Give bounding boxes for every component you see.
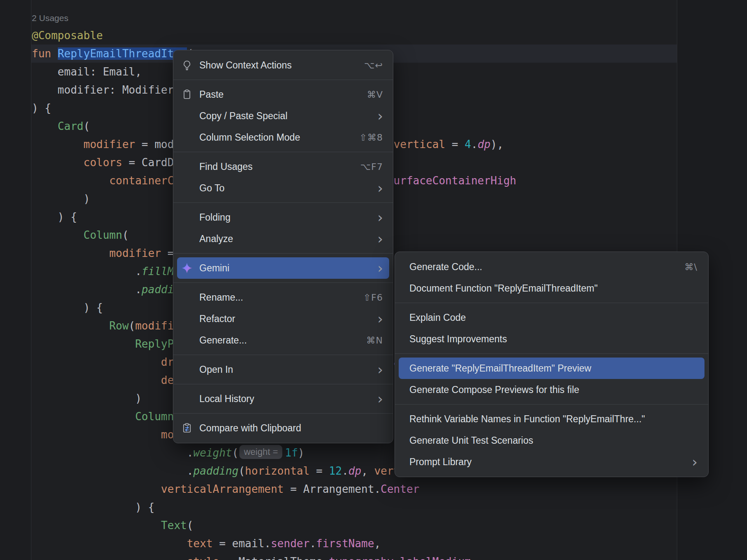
menu-item-find-usages[interactable]: Find Usages⌥F7: [173, 156, 393, 177]
icon-placeholder: [181, 131, 193, 144]
code-token: .: [471, 138, 478, 151]
menu-divider: [173, 413, 393, 414]
code-token: ) {: [32, 102, 51, 114]
code-token: ,: [374, 537, 381, 550]
code-token: [32, 138, 83, 151]
chevron-right-icon: ›: [365, 182, 383, 194]
code-token: ) {: [32, 301, 103, 314]
menu-item-go-to[interactable]: Go To›: [173, 177, 393, 199]
menu-divider: [173, 355, 393, 355]
menu-item-local-history[interactable]: Local History›: [173, 388, 393, 409]
menu-item-compare-with-clipboard[interactable]: Compare with Clipboard: [173, 417, 393, 439]
code-token: =: [445, 138, 465, 151]
menu-item-label: Column Selection Mode: [199, 132, 300, 143]
icon-placeholder: [181, 334, 193, 346]
code-token: @Composable: [32, 29, 103, 42]
code-token: fun: [32, 47, 58, 60]
code-line[interactable]: verticalArrangement = Arrangement.Center: [32, 480, 516, 498]
menu-item-generate-replyemailthreaditem-preview[interactable]: Generate "ReplyEmailThreadItem" Preview: [399, 358, 704, 379]
code-token: [32, 120, 58, 132]
menu-item-document-function-replyemailthreaditem[interactable]: Document Function "ReplyEmailThreadItem": [395, 278, 708, 299]
code-token: verticalArrangement: [161, 483, 284, 495]
code-token: style: [187, 555, 219, 560]
code-token: Text: [161, 519, 187, 532]
code-token: ),: [490, 138, 503, 151]
menu-item-open-in[interactable]: Open In›: [173, 359, 393, 380]
code-line[interactable]: @Composable: [32, 26, 516, 45]
icon-placeholder: [181, 211, 193, 224]
menu-divider: [395, 353, 708, 354]
menu-divider: [173, 80, 393, 80]
menu-item-label: Local History: [199, 393, 254, 405]
code-token: modifier: [109, 247, 161, 259]
code-token: .: [32, 283, 142, 296]
gutter-divider: [31, 0, 31, 560]
code-token: ): [32, 392, 142, 405]
menu-item-paste[interactable]: Paste⌘V: [173, 84, 393, 105]
code-token: horizontal: [245, 465, 310, 477]
menu-divider: [173, 152, 393, 152]
code-token: colors: [83, 156, 122, 169]
code-token: .: [310, 537, 316, 550]
menu-item-column-selection-mode[interactable]: Column Selection Mode⇧⌘8: [173, 127, 393, 148]
paste-icon: [181, 88, 193, 101]
code-token: = email.: [213, 537, 271, 550]
menu-item-rethink-variable-names-in-function-replyemailthre[interactable]: Rethink Variable Names in Function "Repl…: [395, 408, 708, 430]
menu-item-generate-unit-test-scenarios[interactable]: Generate Unit Test Scenarios: [395, 430, 708, 451]
menu-item-prompt-library[interactable]: Prompt Library›: [395, 451, 708, 473]
code-token: =: [310, 465, 329, 477]
chevron-right-icon: ›: [365, 211, 383, 224]
code-token: = MaterialTheme.: [219, 555, 329, 560]
code-token: (: [122, 229, 129, 241]
code-line[interactable]: Text(: [32, 516, 516, 534]
code-token: sender: [271, 537, 310, 550]
code-token: vertical: [394, 138, 445, 151]
code-token: .: [32, 265, 142, 278]
code-token: 12: [329, 465, 342, 477]
menu-item-label: Refactor: [199, 313, 235, 325]
menu-item-refactor[interactable]: Refactor›: [173, 308, 393, 329]
code-token: (: [83, 120, 90, 132]
menu-shortcut: ⌘N: [354, 335, 383, 346]
code-token: weight: [193, 447, 232, 459]
code-token: .: [32, 465, 193, 477]
code-token: [32, 428, 161, 441]
code-line[interactable]: style = MaterialTheme.typography.labelMe…: [32, 553, 516, 560]
menu-item-copy-paste-special[interactable]: Copy / Paste Special›: [173, 105, 393, 127]
menu-divider: [395, 303, 708, 303]
code-token: [32, 320, 109, 332]
compare-icon: [181, 422, 193, 434]
menu-item-rename[interactable]: Rename...⇧F6: [173, 287, 393, 308]
menu-item-label: Copy / Paste Special: [199, 111, 288, 122]
menu-item-show-context-actions[interactable]: Show Context Actions⌥↩: [173, 54, 393, 76]
menu-item-analyze[interactable]: Analyze›: [173, 228, 393, 249]
menu-item-folding[interactable]: Folding›: [173, 207, 393, 228]
code-token: [32, 483, 161, 495]
code-line[interactable]: ) {: [32, 498, 516, 516]
code-token: .: [342, 465, 348, 477]
menu-item-gemini[interactable]: Gemini›: [177, 257, 389, 279]
menu-item-label: Generate Code...: [409, 261, 482, 273]
code-token: Row: [109, 320, 129, 332]
menu-item-generate-compose-previews-for-this-file[interactable]: Generate Compose Previews for this file: [395, 379, 708, 400]
code-line[interactable]: 2 Usages: [32, 8, 516, 26]
code-token: [32, 410, 135, 423]
inline-parameter-hint: weight =: [239, 445, 283, 459]
icon-placeholder: [181, 363, 193, 376]
code-token: email: Email,: [32, 66, 142, 78]
menu-item-explain-code[interactable]: Explain Code: [395, 307, 708, 328]
menu-item-suggest-improvements[interactable]: Suggest Improvements: [395, 328, 708, 350]
code-token: Center: [381, 483, 419, 495]
menu-item-label: Generate "ReplyEmailThreadItem" Preview: [409, 363, 591, 374]
code-token: [32, 229, 83, 241]
menu-item-label: Analyze: [199, 233, 233, 245]
menu-item-label: Suggest Improvements: [409, 334, 507, 345]
code-token: ): [32, 193, 90, 205]
menu-item-generate-code[interactable]: Generate Code...⌘\: [395, 256, 708, 278]
menu-item-label: Find Usages: [199, 161, 253, 172]
code-token: (: [239, 465, 245, 477]
menu-item-label: Open In: [199, 364, 233, 375]
code-token: firstName: [316, 537, 374, 550]
code-line[interactable]: text = email.sender.firstName,: [32, 534, 516, 553]
menu-item-generate[interactable]: Generate...⌘N: [173, 329, 393, 351]
